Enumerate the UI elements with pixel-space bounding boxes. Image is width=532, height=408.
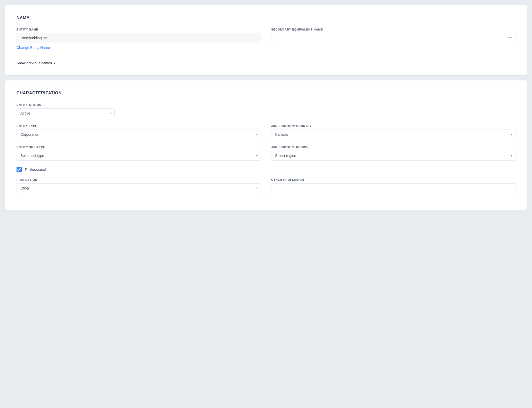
professional-label: Professional: [25, 167, 46, 172]
professional-checkbox[interactable]: [17, 167, 22, 172]
jurisdiction-country-select[interactable]: Canada United States United Kingdom: [271, 130, 515, 139]
entity-type-field: ENTITY TYPE Corporation LLC Partnership …: [17, 124, 261, 139]
characterization-section: CHARACTERIZATION ENTITY STATUS Active In…: [5, 80, 527, 210]
other-profession-input[interactable]: [271, 183, 515, 193]
professional-checkbox-row: Professional: [17, 167, 515, 172]
entity-name-field: ENTITY NAME Change Entity Name: [17, 28, 261, 50]
svg-rect-5: [509, 39, 512, 39]
entity-type-select[interactable]: Corporation LLC Partnership Sole Proprie…: [17, 130, 261, 139]
profession-label: PROFESSION: [17, 178, 261, 181]
other-profession-field: OTHER PROFESSION: [271, 178, 515, 193]
svg-rect-2: [508, 37, 509, 38]
show-previous-names-label: Show previous names: [17, 61, 52, 65]
entity-status-field: ENTITY STATUS Active Inactive Dissolved …: [17, 103, 515, 118]
svg-rect-3: [509, 37, 512, 38]
entity-type-label: ENTITY TYPE: [17, 124, 261, 127]
jurisdiction-region-label: JURISDICTION: REGION: [271, 146, 515, 149]
svg-rect-0: [508, 36, 509, 36]
svg-rect-1: [509, 36, 512, 36]
secondary-name-input[interactable]: [271, 33, 515, 43]
entity-subtype-select[interactable]: Select subtype Type A Type B: [17, 151, 261, 161]
jurisdiction-region-select[interactable]: Select region Ontario British Columbia Q…: [271, 151, 515, 161]
profession-select[interactable]: Other Accountant Lawyer Doctor: [17, 183, 261, 193]
entity-subtype-label: ENTITY SUB-TYPE: [17, 146, 261, 149]
name-section-title: NAME: [17, 16, 515, 20]
svg-rect-4: [508, 39, 509, 39]
profession-field: PROFESSION Other Accountant Lawyer Docto…: [17, 178, 261, 193]
entity-type-row: ENTITY TYPE Corporation LLC Partnership …: [17, 124, 515, 139]
other-profession-label: OTHER PROFESSION: [271, 178, 515, 181]
jurisdiction-region-field: JURISDICTION: REGION Select region Ontar…: [271, 146, 515, 161]
entity-subtype-row: ENTITY SUB-TYPE Select subtype Type A Ty…: [17, 146, 515, 161]
characterization-section-title: CHARACTERIZATION: [17, 91, 515, 95]
entity-status-select[interactable]: Active Inactive Dissolved: [17, 108, 115, 118]
entity-name-label: ENTITY NAME: [17, 28, 261, 31]
list-icon: [508, 36, 512, 40]
change-entity-name-link[interactable]: Change Entity Name: [17, 46, 50, 50]
name-section: NAME ENTITY NAME Change Entity Name SECO…: [5, 5, 527, 75]
chevron-down-icon: ⌄: [53, 61, 56, 65]
jurisdiction-country-field: JURISDICTION: COUNTRY Canada United Stat…: [271, 124, 515, 139]
entity-status-label: ENTITY STATUS: [17, 103, 515, 106]
entity-subtype-field: ENTITY SUB-TYPE Select subtype Type A Ty…: [17, 146, 261, 161]
secondary-name-field: SECONDARY EQUIVALENT NAME: [271, 28, 515, 50]
profession-row: PROFESSION Other Accountant Lawyer Docto…: [17, 178, 515, 193]
jurisdiction-country-label: JURISDICTION: COUNTRY: [271, 124, 515, 127]
entity-name-input[interactable]: [17, 33, 261, 43]
secondary-name-label: SECONDARY EQUIVALENT NAME: [271, 28, 515, 31]
show-previous-names-toggle[interactable]: Show previous names ⌄: [17, 61, 56, 65]
